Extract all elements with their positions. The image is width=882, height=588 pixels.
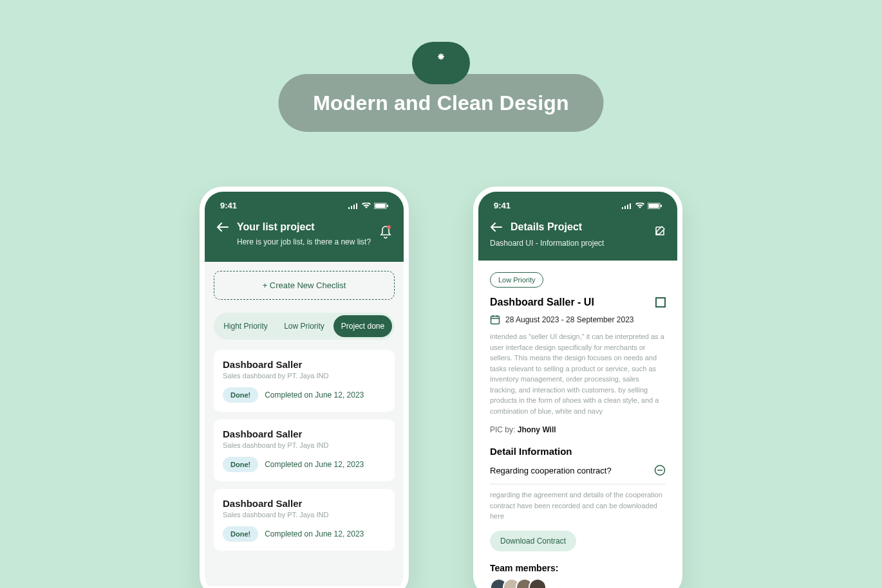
project-description: intended as "seller UI design," it can b… [490, 331, 666, 416]
detail-info-heading: Detail Information [490, 446, 666, 457]
svg-rect-15 [491, 317, 500, 324]
card-title: Dashboard Saller [223, 359, 386, 370]
svg-rect-0 [348, 207, 350, 209]
completed-date: Completed on June 12, 2023 [265, 529, 364, 538]
edit-button[interactable] [654, 225, 666, 237]
completed-date: Completed on June 12, 2023 [265, 460, 364, 469]
back-button[interactable] [490, 221, 503, 234]
wifi-icon [635, 203, 644, 209]
date-range: 28 August 2023 - 28 September 2023 [505, 315, 633, 324]
accordion-item[interactable]: Regarding cooperation contract? [490, 457, 666, 484]
back-button[interactable] [216, 221, 229, 234]
status-badge-done: Done! [223, 457, 258, 472]
page-subtitle: Here is your job list, is there a new li… [237, 237, 392, 246]
page-title: Your list project [237, 221, 315, 233]
tab-high-priority[interactable]: Hight Priority [216, 315, 275, 337]
pic-label: PIC by: [490, 425, 515, 434]
pic-row: PIC by: Jhony Will [490, 425, 666, 434]
card-title: Dashboard Saller [223, 428, 386, 439]
project-title: Dashboard Saller - UI [490, 297, 594, 308]
accordion-title: Regarding cooperation contract? [490, 466, 612, 475]
collapse-icon [654, 464, 666, 476]
accordion-content: regarding the agreement and details of t… [490, 490, 666, 522]
phone1-header: 9:41 Your list project Here is your job … [205, 192, 404, 262]
complete-checkbox[interactable] [655, 297, 666, 308]
statusbar: 9:41 [490, 201, 666, 210]
project-card[interactable]: Dashboard Saller Sales dashboard by PT. … [214, 489, 395, 551]
tab-project-done[interactable]: Project done [333, 315, 392, 337]
svg-rect-11 [630, 203, 631, 209]
svg-rect-9 [624, 206, 626, 209]
svg-rect-13 [649, 203, 659, 208]
svg-rect-10 [627, 205, 628, 209]
phone2-header: 9:41 Details Project Dashoard UI - Infor… [478, 192, 677, 261]
create-checklist-button[interactable]: + Create New Checlist [214, 271, 395, 300]
status-time: 9:41 [220, 201, 237, 210]
status-time: 9:41 [494, 201, 511, 210]
svg-rect-3 [356, 203, 357, 209]
status-badge-done: Done! [223, 526, 258, 542]
status-icons [348, 203, 388, 209]
team-members-heading: Team members: [490, 563, 666, 573]
status-badge-done: Done! [223, 387, 258, 403]
project-card[interactable]: Dashboard Saller Sales dashboard by PT. … [214, 419, 395, 481]
pic-name: Jhony Will [518, 425, 556, 434]
svg-point-7 [387, 225, 391, 229]
battery-icon [374, 203, 388, 209]
calendar-icon [490, 315, 500, 325]
project-card[interactable]: Dashboard Saller Sales dashboard by PT. … [214, 350, 395, 412]
svg-rect-2 [353, 205, 355, 209]
date-range-row: 28 August 2023 - 28 September 2023 [490, 315, 666, 325]
svg-rect-8 [622, 207, 623, 209]
priority-badge: Low Priority [490, 272, 543, 288]
card-subtitle: Sales dashboard by PT. Jaya IND [223, 372, 386, 380]
page-title: Details Project [511, 221, 582, 233]
page-subtitle: Dashoard UI - Information project [490, 239, 666, 248]
signal-icon [622, 203, 632, 209]
statusbar: 9:41 [216, 201, 392, 210]
svg-rect-1 [351, 206, 352, 209]
card-subtitle: Sales dashboard by PT. Jaya IND [223, 511, 386, 519]
svg-rect-5 [375, 203, 386, 208]
wifi-icon [362, 203, 371, 209]
card-subtitle: Sales dashboard by PT. Jaya IND [223, 441, 386, 449]
hero-title: Modern and Clean Design [313, 91, 569, 115]
team-avatars [490, 578, 666, 589]
battery-icon [648, 203, 662, 209]
spinner-icon [431, 53, 451, 73]
card-title: Dashboard Saller [223, 498, 386, 509]
svg-rect-14 [661, 205, 662, 207]
download-contract-button[interactable]: Download Contract [490, 531, 576, 551]
notification-button[interactable] [379, 225, 392, 239]
filter-tabs: Hight Priority Low Priority Project done [214, 313, 395, 340]
avatar[interactable] [529, 578, 547, 589]
phone-details: 9:41 Details Project Dashoard UI - Infor… [473, 187, 682, 588]
phone-list: 9:41 Your list project Here is your job … [200, 187, 409, 588]
svg-rect-6 [387, 205, 388, 207]
loading-badge [412, 42, 470, 84]
status-icons [622, 203, 662, 209]
completed-date: Completed on June 12, 2023 [265, 390, 364, 400]
signal-icon [348, 203, 359, 209]
tab-low-priority[interactable]: Low Priority [275, 315, 333, 337]
